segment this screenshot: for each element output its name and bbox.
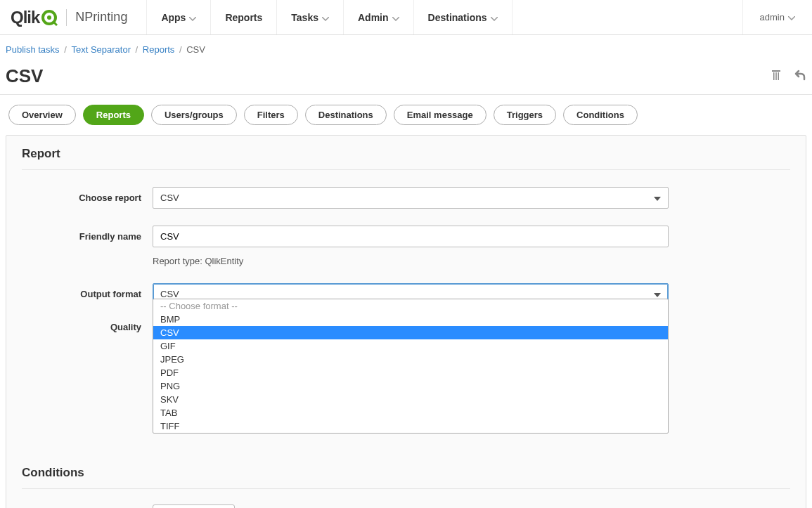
qlik-logo-text: Qlik xyxy=(11,8,39,27)
page-header: CSV xyxy=(0,64,812,95)
nav-item-reports[interactable]: Reports xyxy=(211,0,277,34)
dropdown-option-tab[interactable]: TAB xyxy=(153,406,668,419)
section-conditions-title: Conditions xyxy=(22,453,790,489)
svg-rect-6 xyxy=(778,72,780,80)
tab-users-groups[interactable]: Users/groups xyxy=(151,105,237,125)
chevron-down-icon xyxy=(491,12,498,23)
row-friendly-name: Friendly name xyxy=(22,226,790,247)
top-nav: Qlik NPrinting AppsReportsTasksAdminDest… xyxy=(0,0,812,35)
svg-rect-3 xyxy=(772,70,780,72)
user-label: admin xyxy=(760,12,785,22)
qlik-logo-icon xyxy=(41,9,58,26)
add-condition-button[interactable]: Add condition xyxy=(153,504,235,508)
nav-items: AppsReportsTasksAdminDestinations xyxy=(146,0,512,34)
report-type-text: Report type: QlikEntity xyxy=(153,256,790,266)
tab-destinations[interactable]: Destinations xyxy=(305,105,387,125)
dropdown-option-csv[interactable]: CSV xyxy=(153,326,668,339)
breadcrumb: Publish tasks / Text Separator / Reports… xyxy=(0,35,812,64)
choose-report-select[interactable]: CSV xyxy=(153,187,669,209)
quality-label: Quality xyxy=(22,322,153,332)
back-icon[interactable] xyxy=(794,69,806,84)
chevron-down-icon xyxy=(788,12,795,22)
dropdown-placeholder: -- Choose format -- xyxy=(153,299,668,313)
friendly-name-input[interactable] xyxy=(160,231,661,242)
page-title: CSV xyxy=(6,65,43,87)
logo-section: Qlik NPrinting xyxy=(0,8,138,27)
tab-overview[interactable]: Overview xyxy=(8,105,76,125)
header-actions xyxy=(770,69,806,84)
output-format-label: Output format xyxy=(22,289,153,299)
nav-item-apps[interactable]: Apps xyxy=(146,0,211,34)
breadcrumb-link[interactable]: Publish tasks xyxy=(6,44,60,55)
tab-email-message[interactable]: Email message xyxy=(394,105,486,125)
breadcrumb-sep: / xyxy=(176,44,184,55)
row-choose-report: Choose report CSV xyxy=(22,187,790,209)
breadcrumb-link[interactable]: Text Separator xyxy=(71,44,131,55)
dropdown-option-bmp[interactable]: BMP xyxy=(153,313,668,326)
chevron-down-icon xyxy=(654,289,661,299)
tab-conditions[interactable]: Conditions xyxy=(563,105,638,125)
tabs-row: OverviewReportsUsers/groupsFiltersDestin… xyxy=(0,95,812,135)
user-menu[interactable]: admin xyxy=(742,0,812,34)
dropdown-option-png[interactable]: PNG xyxy=(153,379,668,393)
chevron-down-icon xyxy=(654,193,661,203)
content-panel: Report Choose report CSV Friendly name R… xyxy=(6,135,806,508)
svg-line-2 xyxy=(53,22,57,25)
svg-rect-4 xyxy=(773,72,775,80)
friendly-name-input-wrap xyxy=(153,226,669,247)
dropdown-option-gif[interactable]: GIF xyxy=(153,339,668,353)
breadcrumb-current: CSV xyxy=(186,44,205,55)
tab-reports[interactable]: Reports xyxy=(83,105,144,125)
nav-item-admin[interactable]: Admin xyxy=(344,0,414,34)
dropdown-option-skv[interactable]: SKV xyxy=(153,393,668,406)
choose-report-label: Choose report xyxy=(22,193,153,203)
choose-report-value: CSV xyxy=(160,193,179,203)
chevron-down-icon xyxy=(189,12,196,23)
dropdown-option-pdf[interactable]: PDF xyxy=(153,366,668,379)
output-format-dropdown: -- Choose format --BMPCSVGIFJPEGPDFPNGSK… xyxy=(153,299,669,434)
delete-icon[interactable] xyxy=(770,69,782,84)
nav-item-destinations[interactable]: Destinations xyxy=(414,0,513,34)
nav-item-tasks[interactable]: Tasks xyxy=(277,0,344,34)
chevron-down-icon xyxy=(322,12,329,23)
breadcrumb-link[interactable]: Reports xyxy=(143,44,175,55)
svg-point-1 xyxy=(47,15,51,20)
chevron-down-icon xyxy=(392,12,399,23)
breadcrumb-sep: / xyxy=(62,44,70,55)
tab-triggers[interactable]: Triggers xyxy=(494,105,556,125)
dropdown-option-jpeg[interactable]: JPEG xyxy=(153,353,668,366)
logo-divider xyxy=(66,9,67,26)
dropdown-option-tiff[interactable]: TIFF xyxy=(153,419,668,433)
section-report-title: Report xyxy=(22,147,790,170)
svg-rect-5 xyxy=(775,72,777,80)
tab-filters[interactable]: Filters xyxy=(244,105,298,125)
friendly-name-label: Friendly name xyxy=(22,231,153,242)
output-format-value: CSV xyxy=(160,289,179,299)
product-name: NPrinting xyxy=(75,10,127,25)
breadcrumb-sep: / xyxy=(133,44,141,55)
